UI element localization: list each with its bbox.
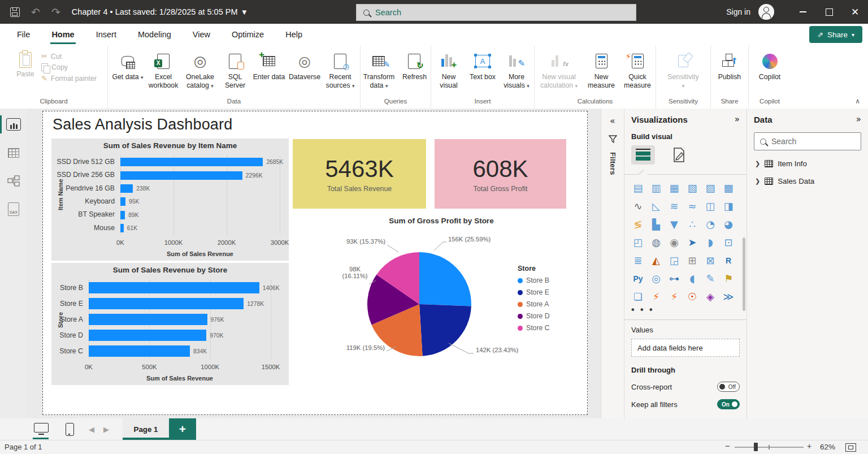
transform-data-button[interactable]: ✎ Transform data ▾ bbox=[361, 50, 397, 89]
previous-page-arrow[interactable]: ◀ bbox=[89, 425, 94, 434]
new-visual-calculation-button[interactable]: fx New visual calculation ▾ bbox=[535, 50, 583, 89]
pie-slice-Store E[interactable] bbox=[419, 304, 471, 356]
bar-SSD Drive 256 GB[interactable] bbox=[120, 171, 242, 180]
zoom-slider-handle[interactable] bbox=[754, 443, 758, 451]
visual-icon-kpi[interactable]: ◭ bbox=[649, 254, 663, 267]
onelake-catalog-button[interactable]: ◎ OneLake catalog ▾ bbox=[183, 50, 218, 89]
zoom-in-button[interactable]: + bbox=[807, 442, 811, 451]
refresh-button[interactable]: ↻ Refresh bbox=[398, 50, 431, 81]
format-painter-button[interactable]: ✎Format painter bbox=[41, 74, 97, 83]
mobile-layout-button[interactable] bbox=[66, 423, 74, 436]
table-sales-data[interactable]: ❯ Sales Data bbox=[754, 177, 861, 185]
publish-button[interactable]: ↑ Publish bbox=[713, 50, 746, 81]
tab-file[interactable]: File bbox=[11, 24, 36, 45]
tab-modeling[interactable]: Modeling bbox=[132, 24, 177, 45]
visual-icon-stacked-column-chart[interactable]: ▥ bbox=[649, 181, 663, 195]
visual-icon-python-visual[interactable]: Py bbox=[631, 272, 645, 286]
visual-icon-power-apps[interactable]: ◈ bbox=[704, 290, 717, 304]
new-visual-button[interactable]: + New visual bbox=[432, 50, 465, 89]
more-visuals-button[interactable]: ✎ More visuals ▾ bbox=[500, 50, 533, 89]
account-avatar[interactable] bbox=[758, 4, 774, 20]
visual-icon-arcgis-map[interactable]: ☉ bbox=[685, 290, 699, 304]
next-page-arrow[interactable]: ▶ bbox=[103, 425, 109, 434]
bar-Store D[interactable] bbox=[89, 330, 206, 341]
visual-icon-treemap[interactable]: ◰ bbox=[631, 236, 645, 249]
visual-icon-azure-map[interactable]: ➤ bbox=[685, 236, 699, 249]
build-visual-tab[interactable] bbox=[631, 145, 655, 165]
collapse-pane-icon[interactable]: » bbox=[856, 114, 861, 124]
chevron-right-icon[interactable]: ❯ bbox=[755, 178, 760, 185]
visual-icon-clustered-column-chart[interactable]: ▧ bbox=[685, 181, 699, 195]
dataverse-button[interactable]: ◎ Dataverse bbox=[287, 50, 323, 81]
visual-icon-100-stacked-column-chart[interactable]: ▩ bbox=[722, 181, 735, 195]
tab-view[interactable]: View bbox=[187, 24, 216, 45]
visual-icon-pie-chart[interactable]: ◔ bbox=[704, 218, 717, 231]
collapse-ribbon-button[interactable]: ∧ bbox=[855, 97, 860, 105]
visual-bar-revenue-by-store[interactable]: Sum of Sales Revenue by Store0K500K1000K… bbox=[51, 263, 289, 385]
bar-Store C[interactable] bbox=[89, 345, 190, 357]
visual-icon-table[interactable]: ⊞ bbox=[685, 254, 699, 267]
bar-SSD Drive 512 GB[interactable] bbox=[120, 158, 263, 166]
visual-icon-line-chart[interactable]: ∿ bbox=[631, 200, 645, 213]
visual-icon-funnel-chart[interactable]: ▼ bbox=[667, 218, 681, 231]
report-view-button[interactable] bbox=[0, 112, 27, 137]
visual-icon-clustered-bar-chart[interactable]: ▦ bbox=[667, 181, 681, 195]
window-maximize-button[interactable] bbox=[816, 0, 842, 24]
values-field-well[interactable]: Add data fields here bbox=[631, 339, 740, 357]
excel-workbook-button[interactable]: X Excel workbook bbox=[145, 50, 181, 89]
table-view-button[interactable] bbox=[0, 140, 27, 165]
window-close-button[interactable]: ✕ bbox=[842, 0, 868, 24]
bar-Store A[interactable] bbox=[89, 314, 207, 325]
visual-icon-scatter-chart[interactable]: ∴ bbox=[685, 218, 699, 231]
visual-icon-key-influencers[interactable]: ◎ bbox=[649, 272, 663, 286]
visual-icon-multi-row-card[interactable]: ≣ bbox=[631, 254, 645, 267]
add-page-button[interactable]: + bbox=[169, 418, 196, 440]
global-search-input[interactable]: Search bbox=[356, 4, 636, 21]
visual-icon-power-automate[interactable]: ≫ bbox=[722, 290, 735, 304]
scrollbar[interactable] bbox=[743, 237, 745, 311]
zoom-out-button[interactable]: − bbox=[725, 441, 730, 451]
legend-item-Store C[interactable]: Store C bbox=[518, 324, 550, 332]
tab-help[interactable]: Help bbox=[280, 24, 308, 45]
pie-slice-Store B[interactable] bbox=[419, 252, 471, 306]
more-visual-options[interactable]: • • • bbox=[631, 305, 740, 315]
visual-bar-revenue-by-item[interactable]: Sum of Sales Revenue by Item Name0K1000K… bbox=[51, 139, 289, 261]
legend-item-Store E[interactable]: Store E bbox=[518, 288, 550, 296]
visual-icon-100-stacked-area-chart[interactable]: ≈ bbox=[685, 200, 699, 213]
tab-optimize[interactable]: Optimize bbox=[226, 24, 270, 45]
quick-measure-button[interactable]: ⚡ Quick measure bbox=[620, 50, 655, 89]
visual-icon-qa-visual[interactable]: ◖ bbox=[685, 272, 699, 286]
model-view-button[interactable] bbox=[0, 168, 27, 193]
visual-icon-stacked-bar-chart[interactable]: ▤ bbox=[631, 181, 645, 195]
cut-button[interactable]: ✂Cut bbox=[41, 52, 97, 60]
visual-pie-gross-profit-by-store[interactable]: Sum of Gross Profit by Store156K (25.59%… bbox=[300, 213, 583, 372]
tab-home[interactable]: Home bbox=[46, 24, 80, 45]
visual-icon-new-slicer[interactable]: ⚡ bbox=[667, 290, 681, 304]
expand-filters-icon[interactable]: « bbox=[610, 115, 615, 126]
cross-report-toggle[interactable]: Off bbox=[717, 382, 740, 392]
visual-icon-r-script-visual[interactable]: R bbox=[722, 254, 735, 267]
chevron-right-icon[interactable]: ❯ bbox=[755, 160, 760, 167]
visual-icon-matrix[interactable]: ⊠ bbox=[704, 254, 717, 267]
tab-insert[interactable]: Insert bbox=[90, 24, 122, 45]
visual-icon-line-and-clustered-column-chart[interactable]: ◨ bbox=[722, 200, 735, 213]
visual-icon-stacked-area-chart[interactable]: ≋ bbox=[667, 200, 681, 213]
document-title-menu[interactable]: Chapter 4 • Last saved: 1/28/2025 at 5:0… bbox=[72, 7, 246, 16]
visual-icon-line-and-stacked-column-chart[interactable]: ◫ bbox=[704, 200, 717, 213]
visual-icon-100-stacked-bar-chart[interactable]: ▨ bbox=[704, 181, 717, 195]
visual-icon-filled-map[interactable]: ◉ bbox=[667, 236, 681, 249]
visual-icon-area-chart[interactable]: ◺ bbox=[649, 200, 663, 213]
visual-icon-ribbon-chart[interactable]: ≶ bbox=[631, 218, 645, 231]
visual-icon-smart-narrative[interactable]: ✎ bbox=[704, 272, 717, 286]
bar-Store E[interactable] bbox=[89, 298, 244, 309]
page-tab-page1[interactable]: Page 1 bbox=[123, 418, 169, 440]
new-measure-button[interactable]: New measure bbox=[584, 50, 619, 89]
sql-server-button[interactable]: SQL Server bbox=[219, 50, 251, 89]
bar-Keyboard[interactable] bbox=[120, 197, 125, 206]
sensitivity-button[interactable]: Sensitivity ▾ bbox=[663, 50, 703, 89]
visual-icon-gauge[interactable]: ◗ bbox=[704, 236, 717, 249]
get-data-button[interactable]: Get data ▾ bbox=[111, 50, 144, 81]
undo-icon[interactable]: ↶ bbox=[31, 7, 40, 18]
legend-item-Store A[interactable]: Store A bbox=[518, 300, 550, 308]
keep-all-filters-toggle[interactable]: On bbox=[717, 399, 740, 409]
